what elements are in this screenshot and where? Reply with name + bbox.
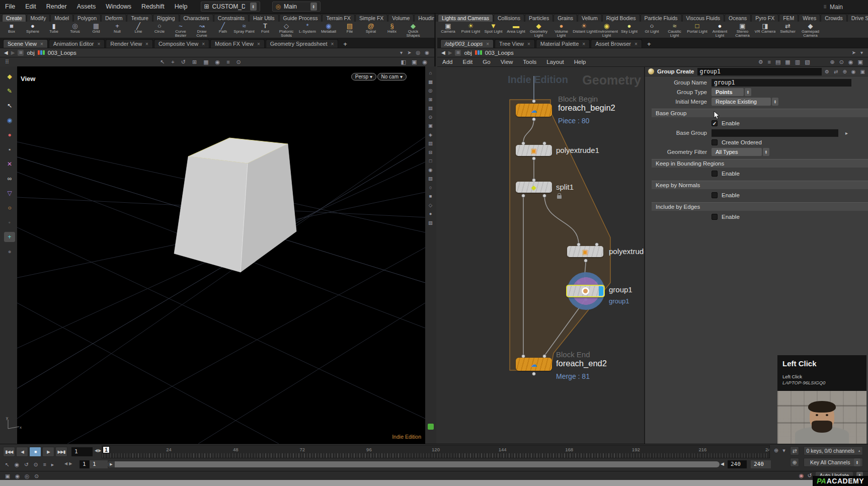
create-ordered-checkbox[interactable] xyxy=(712,139,718,145)
range-slider-left-handle[interactable]: ▶ xyxy=(108,461,115,467)
path-node[interactable]: 003_Loops xyxy=(48,50,76,56)
shelf-tool[interactable]: ▤ File xyxy=(339,22,360,38)
template-icon[interactable]: ▨ xyxy=(428,220,433,225)
shelf-tab[interactable]: Simple FX xyxy=(355,14,387,22)
pane-tab[interactable]: Geometry Spreadsheet × xyxy=(266,39,339,48)
shelf-tool[interactable]: ◆ Geometry Light xyxy=(527,22,550,38)
section-header-bounding[interactable]: Keep in Bounding Regions xyxy=(652,159,868,168)
pane-tab[interactable]: Tree View × xyxy=(495,39,535,48)
shelf-tab[interactable]: Guide Process xyxy=(279,14,322,22)
select-arrow-icon[interactable]: ↖ xyxy=(160,59,165,65)
playhead-icon[interactable]: ▸ xyxy=(51,461,54,467)
node-name-label[interactable]: polyextrude2 xyxy=(609,247,644,256)
shelf-tool[interactable]: ○ GI Light xyxy=(641,22,663,38)
node-name-label[interactable]: polyextrude1 xyxy=(556,146,599,154)
list-view-icon[interactable]: ▤ xyxy=(775,59,780,65)
shelf-tool[interactable]: ▦ Grid xyxy=(86,22,107,38)
play-button[interactable]: ▶ xyxy=(42,447,54,457)
playback-range-slider[interactable]: ▶ xyxy=(108,461,720,467)
shelf-tab[interactable]: Characters xyxy=(180,14,213,22)
menu-item[interactable]: Help xyxy=(170,3,193,10)
shelf-tool[interactable]: ● Ambient Light xyxy=(708,22,731,38)
shelf-tab[interactable]: Particles xyxy=(525,14,553,22)
audio-icon[interactable]: ◉ xyxy=(15,461,19,467)
range-slider-right-handle[interactable]: ◀ xyxy=(721,461,724,466)
shelf-tab[interactable]: Wires xyxy=(799,14,820,22)
scale-icon[interactable]: ⊞ xyxy=(192,59,197,65)
shade-icon[interactable]: ▧ xyxy=(428,176,433,181)
pin-icon[interactable]: ➤ xyxy=(407,50,411,55)
node-split1[interactable]: ◆ xyxy=(516,182,552,193)
timeline-ruler[interactable]: 24487296120144168192216240 1 xyxy=(102,445,770,458)
edge-mode-icon[interactable]: ▪ xyxy=(4,144,15,154)
shelf-tab[interactable]: Volume xyxy=(388,14,414,22)
menu-item[interactable]: Help xyxy=(569,59,591,65)
desktop-selector[interactable]: ⊞ CUSTOM_De... ▴▾ xyxy=(201,2,260,12)
pane-tab[interactable]: Material Palette × xyxy=(536,39,590,48)
forward-icon[interactable]: ▶ xyxy=(11,50,15,55)
points-icon[interactable]: ◇ xyxy=(429,203,432,208)
ruler-marks-icon[interactable]: ≡ xyxy=(43,461,46,467)
key-all-channels-dropdown[interactable]: Key All Channels ▴▾ xyxy=(804,458,863,467)
shelf-tool[interactable]: ☀ Distant Light xyxy=(573,22,595,38)
rotate-icon[interactable]: ↺ xyxy=(181,59,186,65)
delete-icon[interactable]: ✕ xyxy=(4,159,15,169)
shelf-tab[interactable]: Deform xyxy=(101,14,126,22)
select-arrow-icon[interactable]: ↖ xyxy=(4,101,15,111)
sync-icon[interactable]: ⇄ xyxy=(790,446,799,455)
shelf-tool[interactable]: ▮ Tube xyxy=(43,22,64,38)
shelf-tab[interactable]: Pyro FX xyxy=(751,14,778,22)
frame-nudge[interactable]: ◀▶ xyxy=(95,448,101,453)
keys-channels-button[interactable]: 0 keys, 0/0 channels▴ xyxy=(804,446,863,455)
column-view-icon[interactable]: ▥ xyxy=(795,59,800,65)
current-frame-marker[interactable]: 1 xyxy=(103,446,110,453)
shelf-tab[interactable]: Create xyxy=(2,14,26,22)
lasso-select-icon[interactable]: ◆ xyxy=(4,71,15,82)
shelf-tab[interactable]: Crowds xyxy=(821,14,847,22)
detail-view-icon[interactable]: ▧ xyxy=(805,59,810,65)
camera-icon[interactable]: ▣ xyxy=(860,69,865,74)
shelf-tool[interactable]: @ Spiral xyxy=(360,22,381,38)
network-tools-icon[interactable]: ⚙ xyxy=(758,59,763,65)
menu-item[interactable]: Render xyxy=(41,3,72,10)
snapshot-icon[interactable]: ▣ xyxy=(428,123,433,128)
shelf-tool[interactable]: + Null xyxy=(107,22,128,38)
status-badge[interactable] xyxy=(428,424,434,430)
shelf-tool[interactable]: T Font xyxy=(255,22,276,38)
frame-view-icon[interactable]: ⊙ xyxy=(839,59,844,65)
dropdown-spinner[interactable]: ▴▾ xyxy=(763,148,769,156)
shelf-tool[interactable]: ◉ Metaball xyxy=(318,22,339,38)
close-icon[interactable]: × xyxy=(635,41,638,47)
close-icon[interactable]: × xyxy=(527,41,530,47)
node-foreach-end2[interactable]: ☁ xyxy=(516,358,552,371)
dropdown-arrow-icon[interactable]: ▾ xyxy=(860,50,863,55)
enable-checkbox[interactable] xyxy=(712,171,718,177)
stop-button[interactable]: ■ xyxy=(29,447,41,457)
shelf-tab[interactable]: Vellum xyxy=(578,14,602,22)
grid-view-icon[interactable]: ▦ xyxy=(785,59,790,65)
close-icon[interactable]: × xyxy=(202,41,205,47)
display-options-icon[interactable]: ◧ xyxy=(401,59,406,65)
playback-start-field[interactable]: 1 xyxy=(90,460,108,468)
shelf-tool[interactable]: ⇄ Switcher xyxy=(776,22,799,38)
refresh-icon[interactable]: ↺ xyxy=(807,472,812,479)
close-icon[interactable]: × xyxy=(97,41,100,47)
shelf-tool[interactable]: ◆ Quick Shapes xyxy=(403,22,424,38)
menu-item[interactable]: Tools xyxy=(518,59,541,65)
camera-lock-icon[interactable]: ◎ xyxy=(428,88,432,93)
shelf-tab[interactable]: Texture xyxy=(127,14,152,22)
path-root[interactable]: obj xyxy=(27,50,34,56)
shelf-tab[interactable]: Viscous Fluids xyxy=(682,14,725,22)
shelf-tab[interactable]: Terrain FX xyxy=(322,14,354,22)
point-mode-icon[interactable]: ● xyxy=(4,130,15,140)
shelf-tab[interactable]: Rigging xyxy=(153,14,179,22)
menu-item[interactable]: Edit xyxy=(20,3,41,10)
loop-select-icon[interactable]: ∞ xyxy=(4,174,15,184)
close-icon[interactable]: × xyxy=(257,41,260,47)
camera-icon[interactable]: ◉ xyxy=(422,59,427,65)
geometry-filter-dropdown[interactable]: All Types xyxy=(712,148,762,156)
spreadsheet-icon[interactable]: ▥ xyxy=(428,141,433,146)
presets-icon[interactable]: ⇄ xyxy=(834,69,838,74)
translate-icon[interactable]: + xyxy=(171,59,174,65)
shelf-tool[interactable]: ╱ Path xyxy=(212,22,233,38)
